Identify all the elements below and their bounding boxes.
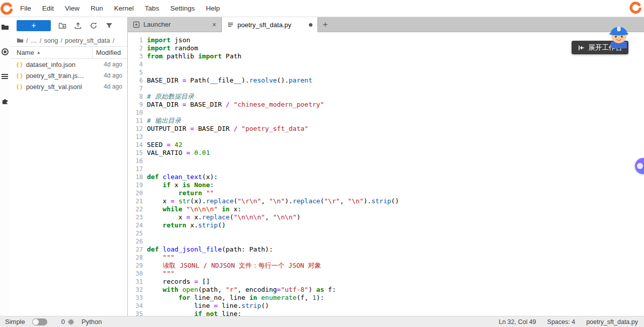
code-line[interactable]: 10 <box>128 109 644 117</box>
menu-kernel[interactable]: Kernel <box>109 0 139 17</box>
breadcrumb-item[interactable]: poetry_sft_data <box>65 37 110 44</box>
file-row[interactable]: { }poetry_sft_train.js…4d ago <box>10 70 127 81</box>
code-line[interactable]: 14SEED = 42 <box>128 141 644 149</box>
refresh-icon[interactable] <box>90 22 98 30</box>
code-line[interactable]: 6BASE_DIR = Path(__file__).resolve().par… <box>128 76 644 85</box>
code-line[interactable]: 1import json <box>128 36 644 44</box>
code-text: from pathlib import Path <box>147 52 242 60</box>
code-line[interactable]: 35 if not line: <box>128 310 644 316</box>
code-line[interactable]: 34 line = line.strip() <box>128 302 644 310</box>
new-folder-icon[interactable] <box>58 22 66 30</box>
line-number: 33 <box>128 294 147 302</box>
code-line[interactable]: 30 """ <box>128 270 644 278</box>
activity-bar <box>0 17 10 316</box>
line-number: 17 <box>128 165 147 173</box>
file-row[interactable]: { }poetry_sft_val.jsonl4d ago <box>10 81 127 92</box>
code-line[interactable]: 12OUTPUT_DIR = BASE_DIR / "poetry_sft_da… <box>128 125 644 133</box>
code-line[interactable]: 28 """ <box>128 254 644 262</box>
code-line[interactable]: 26 <box>128 237 644 246</box>
extensions-puzzle-icon[interactable] <box>1 97 9 105</box>
code-line[interactable]: 8# 原始数据目录 <box>128 93 644 101</box>
file-browser-toolbar: + <box>10 17 127 34</box>
code-line[interactable]: 29 读取 JSONL / NDJSON 文件：每行一个 JSON 对象 <box>128 262 644 270</box>
file-browser-panel: + /…/song/poetry_sft_data/ Name ▲ <box>10 17 128 316</box>
menu-file[interactable]: File <box>15 0 37 17</box>
code-line[interactable]: 23 x = x.replace("\n\n\n", "\n\n") <box>128 213 644 221</box>
assistant-avatar[interactable] <box>604 22 633 48</box>
filter-icon[interactable] <box>105 22 113 30</box>
code-line[interactable]: 2import random <box>128 44 644 52</box>
code-line[interactable]: 32 with open(path, "r", encoding="utf-8"… <box>128 286 644 294</box>
menu-settings[interactable]: Settings <box>165 0 200 17</box>
breadcrumb-item[interactable]: song <box>44 37 58 44</box>
code-text: for line_no, line in enumerate(f, 1): <box>147 294 324 302</box>
column-header-modified[interactable]: Modified <box>92 47 127 58</box>
code-editor[interactable]: 1import json2import random3from pathlib … <box>128 32 644 316</box>
code-line[interactable]: 22 while "\n\n\n" in x: <box>128 205 644 213</box>
code-text: def load_jsonl_file(path: Path): <box>147 246 273 254</box>
code-line[interactable]: 15VAL_RATIO = 0.01 <box>128 149 644 157</box>
tab-close-icon[interactable]: × <box>212 21 216 28</box>
menu-tabs[interactable]: Tabs <box>139 0 165 17</box>
line-number: 19 <box>128 181 147 189</box>
json-file-icon: { } <box>17 84 23 90</box>
code-line[interactable]: 5 <box>128 68 644 76</box>
folder-icon[interactable] <box>17 37 24 44</box>
code-line[interactable]: 20 return "" <box>128 189 644 197</box>
line-number: 6 <box>128 76 147 85</box>
kernel-status[interactable]: 0 <box>61 318 74 325</box>
table-of-contents-icon[interactable] <box>1 72 9 80</box>
code-line[interactable]: 3from pathlib import Path <box>128 52 644 60</box>
code-line[interactable]: 16 <box>128 157 644 165</box>
line-number: 32 <box>128 286 147 294</box>
running-kernels-icon[interactable] <box>1 48 9 56</box>
line-number: 5 <box>128 68 147 76</box>
code-line[interactable]: 18def clean_text(x): <box>128 173 644 181</box>
tab-bar: Launcher × poetry_sft_data.py + <box>128 17 644 32</box>
indentation-setting[interactable]: Spaces: 4 <box>547 318 576 325</box>
menu-items: FileEditViewRunKernelTabsSettingsHelp <box>15 0 225 17</box>
tab-poetry-sft-data[interactable]: poetry_sft_data.py <box>222 17 318 32</box>
code-line[interactable]: 19 if x is None: <box>128 181 644 189</box>
breadcrumb: /…/song/poetry_sft_data/ <box>10 34 127 46</box>
code-line[interactable]: 25 <box>128 229 644 237</box>
language-mode[interactable]: Python <box>82 318 102 325</box>
line-number: 1 <box>128 36 147 44</box>
file-browser-tab-icon[interactable] <box>1 23 9 31</box>
code-text: if x is None: <box>147 181 214 189</box>
cursor-position[interactable]: Ln 32, Col 49 <box>499 318 536 325</box>
simple-mode-toggle[interactable] <box>32 318 47 325</box>
code-line[interactable]: 9DATA_DIR = BASE_DIR / "chinese_modern_p… <box>128 101 644 109</box>
code-line[interactable]: 4 <box>128 60 644 68</box>
code-text: # 原始数据目录 <box>147 93 194 101</box>
upload-icon[interactable] <box>74 22 82 30</box>
code-line[interactable]: 27def load_jsonl_file(path: Path): <box>128 246 644 254</box>
code-line[interactable]: 11# 输出目录 <box>128 117 644 125</box>
code-line[interactable]: 24 return x.strip() <box>128 221 644 229</box>
new-tab-button[interactable]: + <box>318 17 333 32</box>
file-row[interactable]: { }dataset_info.json4d ago <box>10 59 127 70</box>
menu-bar: FileEditViewRunKernelTabsSettingsHelp <box>0 0 644 17</box>
menu-edit[interactable]: Edit <box>37 0 59 17</box>
editor-column: Launcher × poetry_sft_data.py + 1import … <box>128 17 644 316</box>
code-line[interactable]: 31 records = [] <box>128 278 644 286</box>
tab-launcher[interactable]: Launcher × <box>128 17 222 32</box>
menu-help[interactable]: Help <box>200 0 225 17</box>
breadcrumb-item[interactable]: … <box>31 37 37 44</box>
code-line[interactable]: 13 <box>128 133 644 141</box>
code-line[interactable]: 7 <box>128 85 644 93</box>
tab-label: poetry_sft_data.py <box>237 21 291 29</box>
menu-run[interactable]: Run <box>85 0 109 17</box>
line-number: 25 <box>128 229 147 237</box>
file-name: dataset_info.json <box>26 61 94 68</box>
new-launcher-button[interactable]: + <box>17 20 51 31</box>
menu-view[interactable]: View <box>59 0 85 17</box>
code-line[interactable]: 17 <box>128 165 644 173</box>
code-line[interactable]: 33 for line_no, line in enumerate(f, 1): <box>128 294 644 302</box>
code-text: def clean_text(x): <box>147 173 218 181</box>
text-file-icon <box>227 21 234 28</box>
line-number: 13 <box>128 133 147 141</box>
column-header-name[interactable]: Name ▲ <box>10 49 92 56</box>
code-text: OUTPUT_DIR = BASE_DIR / "poetry_sft_data… <box>147 125 308 133</box>
code-line[interactable]: 21 x = str(x).replace("\r\n", "\n").repl… <box>128 197 644 205</box>
